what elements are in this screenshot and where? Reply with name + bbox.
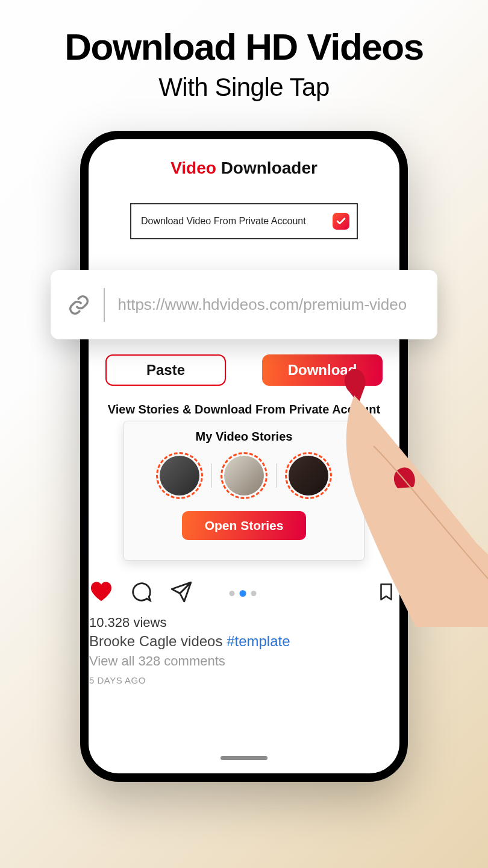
post-feed-section: 10.328 views Brooke Cagle videos #templa… xyxy=(89,579,396,685)
post-caption: Brooke Cagle videos #template xyxy=(89,633,396,650)
comment-icon[interactable] xyxy=(130,580,153,606)
app-title-black: Downloader xyxy=(216,159,318,177)
story-avatar-2[interactable] xyxy=(221,452,267,499)
caption-hashtag[interactable]: #template xyxy=(227,633,290,649)
caption-author: Brooke Cagle videos xyxy=(89,633,227,649)
avatar-separator xyxy=(276,464,277,488)
heart-icon[interactable] xyxy=(89,580,113,606)
private-account-label: Download Video From Private Account xyxy=(141,216,306,227)
app-title-red: Video xyxy=(170,159,216,177)
story-avatar-3[interactable] xyxy=(285,452,332,499)
view-comments-link[interactable]: View all 328 comments xyxy=(89,653,396,669)
action-button-row: Paste Download xyxy=(105,354,383,386)
dot-active xyxy=(240,590,246,597)
url-input-bar[interactable]: https://www.hdvideos.com/premium-video xyxy=(51,270,437,339)
private-account-toggle[interactable]: Download Video From Private Account xyxy=(130,203,358,239)
paste-button[interactable]: Paste xyxy=(105,354,226,386)
stories-card-title: My Video Stories xyxy=(196,430,293,444)
checkmark-icon xyxy=(333,213,349,230)
dot xyxy=(251,591,257,596)
app-title: Video Downloader xyxy=(101,159,387,178)
carousel-dots xyxy=(230,590,257,597)
input-separator xyxy=(104,288,105,322)
url-placeholder-text: https://www.hdvideos.com/premium-video xyxy=(118,295,407,314)
bookmark-icon[interactable] xyxy=(376,580,396,606)
stories-card: My Video Stories Open Stories xyxy=(124,421,364,561)
open-stories-button[interactable]: Open Stories xyxy=(182,511,306,540)
story-avatar-1[interactable] xyxy=(156,452,203,499)
link-icon xyxy=(67,294,90,316)
download-button[interactable]: Download xyxy=(262,354,383,386)
views-count: 10.328 views xyxy=(89,615,396,631)
promo-title: Download HD Videos xyxy=(0,25,488,68)
send-icon[interactable] xyxy=(170,580,193,606)
post-timestamp: 5 DAYS AGO xyxy=(89,675,396,685)
promo-subtitle: With Single Tap xyxy=(0,73,488,102)
home-indicator xyxy=(221,756,267,760)
post-action-row xyxy=(89,579,396,608)
stories-section-label: View Stories & Download From Private Acc… xyxy=(108,403,380,417)
dot xyxy=(230,591,235,596)
avatar-separator xyxy=(211,464,212,488)
avatar-row xyxy=(156,452,332,499)
